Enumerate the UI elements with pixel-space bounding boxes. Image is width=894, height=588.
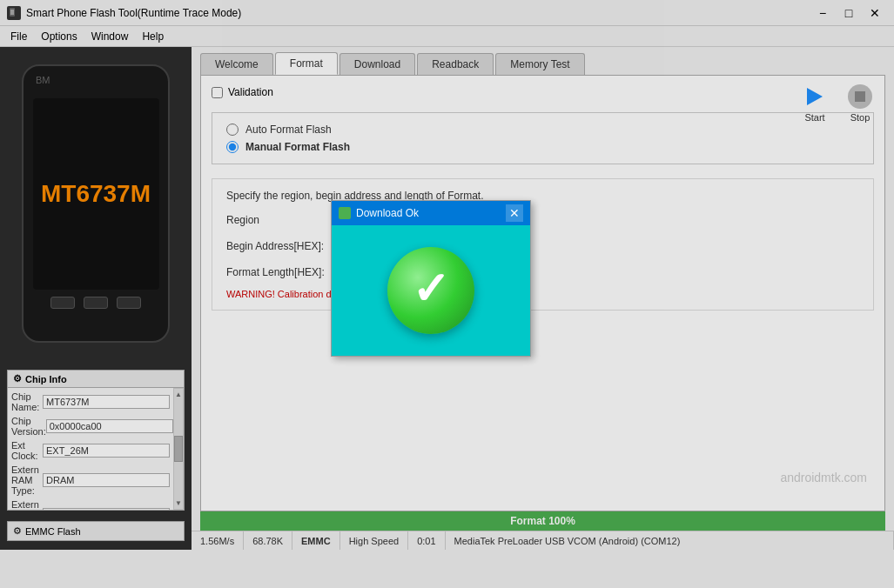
modal-body: ✓ [332, 225, 530, 356]
modal-app-icon [339, 207, 351, 219]
modal-title-text: Download Ok [356, 207, 419, 219]
modal-titlebar: Download Ok ✕ [332, 201, 530, 225]
modal-title-left: Download Ok [339, 207, 419, 219]
modal-close-button[interactable]: ✕ [506, 204, 523, 222]
checkmark: ✓ [412, 266, 450, 311]
download-ok-modal: Download Ok ✕ ✓ [331, 200, 531, 357]
check-circle-icon: ✓ [387, 247, 474, 334]
modal-overlay: Download Ok ✕ ✓ [0, 0, 894, 588]
